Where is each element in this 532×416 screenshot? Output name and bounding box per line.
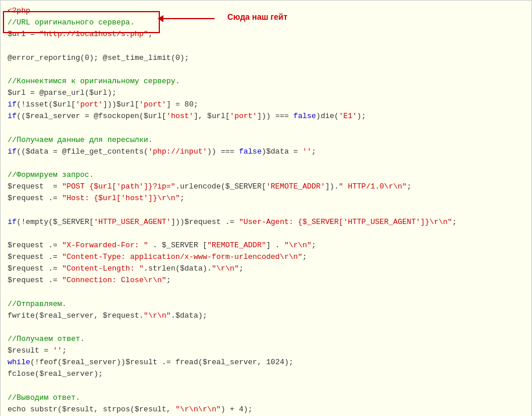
code-line bbox=[8, 158, 524, 169]
code-line bbox=[8, 228, 524, 240]
code-line: //Коннектимся к оригинальному серверу. bbox=[8, 76, 524, 87]
code-line bbox=[8, 322, 524, 333]
code-line: $url = @parse_url($url); bbox=[8, 87, 524, 99]
code-line bbox=[8, 286, 524, 298]
code-line bbox=[8, 40, 524, 52]
code-line: $request .= "Content-Type: application/x… bbox=[8, 251, 524, 263]
code-line: $request .= "Content-Length: ".strlen($d… bbox=[8, 263, 524, 275]
code-line bbox=[8, 204, 524, 216]
code-line: $request = "POST {$url['path']}?ip=".url… bbox=[8, 181, 524, 193]
code-line: fclose($real_server); bbox=[8, 368, 524, 380]
code-line: echo substr($result, strpos($result, "\r… bbox=[8, 404, 524, 415]
annotation-arrow bbox=[162, 18, 215, 19]
arrow-line bbox=[162, 18, 215, 19]
code-line: //Получаем ответ. bbox=[8, 333, 524, 345]
code-line: fwrite($real_server, $request."\r\n".$da… bbox=[8, 310, 524, 322]
code-line: while(!feof($real_server))$result .= fre… bbox=[8, 357, 524, 368]
code-line: //Выводим ответ. bbox=[8, 392, 524, 404]
code-line: $request .= "Host: {$url['host']}\r\n"; bbox=[8, 193, 524, 204]
code-line bbox=[8, 381, 524, 392]
code-line: //Формируем запрос. bbox=[8, 169, 524, 181]
code-line: //Отправляем. bbox=[8, 298, 524, 310]
code-line: if(!isset($url['port']))$url['port'] = 8… bbox=[8, 99, 524, 111]
code-line: $request .= "X-Forwarded-For: " . $_SERV… bbox=[8, 240, 524, 251]
code-line bbox=[8, 64, 524, 76]
code-line bbox=[8, 122, 524, 134]
annotation-label: Сюда наш гейт bbox=[227, 12, 287, 22]
code-line: if(($data = @file_get_contents('php://in… bbox=[8, 146, 524, 158]
code-block: <?php //URL оригинального сервера. $url … bbox=[8, 5, 524, 416]
code-container: Сюда наш гейт <?php //URL оригинального … bbox=[0, 0, 532, 416]
code-line: if(!empty($_SERVER['HTTP_USER_AGENT']))$… bbox=[8, 216, 524, 228]
code-line: if(($real_server = @fsockopen($url['host… bbox=[8, 111, 524, 122]
code-line: $url = "http://localhost/s.php"; bbox=[8, 29, 524, 40]
code-line: @error_reporting(0); @set_time_limit(0); bbox=[8, 52, 524, 64]
code-line: $result = ''; bbox=[8, 345, 524, 357]
code-line: //Получаем данные для пересылки. bbox=[8, 134, 524, 146]
code-line: $request .= "Connection: Close\r\n"; bbox=[8, 275, 524, 286]
